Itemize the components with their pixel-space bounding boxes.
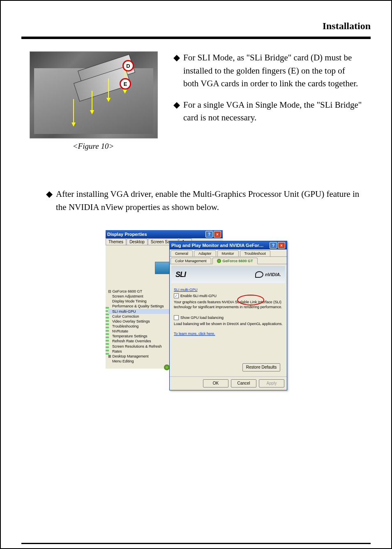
sli-banner: SLI nVIDIA. (171, 266, 285, 283)
nvidia-tree: ⊟ GeForce 6600 GT Screen Adjustment Disp… (108, 289, 171, 364)
bullet-icon: ◆ (46, 188, 53, 214)
tree-item[interactable]: Screen Adjustment (108, 294, 171, 299)
tab-desktop[interactable]: Desktop (127, 238, 148, 245)
help-button[interactable]: ? (205, 231, 213, 238)
figure-10: D E <Figure 10> (30, 51, 157, 151)
restore-defaults-button[interactable]: Restore Defaults (242, 363, 280, 371)
cancel-button[interactable]: Cancel (231, 379, 256, 388)
red-highlight-circle (237, 295, 264, 305)
tree-item-sli[interactable]: SLI multi-GPU (108, 309, 171, 314)
bullet-icon: ◆ (173, 99, 180, 125)
dp-title: Display Properties (107, 232, 147, 237)
nvidia-eye-icon (164, 364, 170, 370)
show-balancing-desc: Load balancing will be shown in DirectX … (174, 321, 283, 326)
figure-10-caption: <Figure 10> (30, 142, 157, 151)
tree-root-2[interactable]: Desktop Management (113, 354, 149, 358)
bullet-icon: ◆ (173, 51, 180, 90)
apply-button[interactable]: Apply (259, 379, 284, 388)
tab-geforce[interactable]: GeForce 6600 GT (212, 258, 258, 264)
tree-item[interactable]: Temperature Settings (108, 334, 171, 339)
enable-sli-checkbox[interactable]: ✓ (174, 293, 179, 298)
nvidia-logo: nVIDIA. (255, 271, 281, 278)
close-button[interactable]: × (214, 231, 221, 238)
page-footer: Page 3-7 (21, 543, 371, 549)
tree-item[interactable]: Menu Editing (108, 359, 171, 364)
ok-button[interactable]: OK (203, 379, 228, 388)
top-bullets: ◆ For SLI Mode, as "SLi Bridge" card (D)… (173, 51, 362, 151)
tree-item[interactable]: Color Correction (108, 314, 171, 319)
tab-general[interactable]: General (171, 250, 193, 257)
nvidia-properties-dialog: Plug and Play Monitor and NVIDIA GeForce… (169, 241, 287, 390)
show-balancing-label: Show GPU load balancing (180, 315, 224, 320)
bullet-text: For SLI Mode, as "SLi Bridge" card (D) m… (183, 51, 362, 90)
tab-troubleshoot[interactable]: Troubleshoot (240, 250, 270, 257)
tree-item[interactable]: NVRotate (108, 329, 171, 334)
tree-item[interactable]: Performance & Quality Settings (108, 304, 171, 309)
monitor-preview (155, 262, 171, 274)
tab-adapter[interactable]: Adapter (194, 250, 216, 257)
sli-desc: Your graphics cards features NVIDIA Scal… (174, 300, 283, 309)
enable-sli-label: Enable SLI multi-GPU (180, 293, 217, 298)
callout-e: E (120, 78, 131, 90)
tree-item[interactable]: Screen Resolutions & Refresh Rates (108, 344, 171, 354)
show-balancing-checkbox[interactable] (174, 315, 179, 320)
help-button[interactable]: ? (270, 242, 277, 249)
bullet-text: For a single VGA in Single Mode, the "SL… (183, 99, 362, 125)
nv-title: Plug and Play Monitor and NVIDIA GeForce… (171, 243, 266, 248)
page-header: Installation (21, 17, 371, 38)
mid-bullet-text: After installing VGA driver, enable the … (56, 188, 362, 214)
nv-titlebar: Plug and Play Monitor and NVIDIA GeForce… (170, 241, 287, 249)
close-button[interactable]: × (278, 242, 285, 249)
tree-item[interactable]: Video Overlay Settings (108, 319, 171, 324)
gf-label: GeForce 6600 GT (223, 259, 253, 263)
tree-root[interactable]: GeForce 6600 GT (113, 289, 143, 293)
figure-11-screenshot: Display Properties ? × Themes Desktop Sc… (106, 230, 286, 369)
tab-monitor[interactable]: Monitor (217, 250, 239, 257)
tree-item[interactable]: Refresh Rate Overrides (108, 339, 171, 344)
sli-logo: SLI (175, 270, 186, 279)
display-properties-titlebar: Display Properties ? × (106, 230, 223, 238)
figure-10-photo: D E (30, 51, 158, 138)
tab-themes[interactable]: Themes (106, 238, 126, 245)
tab-color-mgmt[interactable]: Color Management (171, 258, 211, 264)
callout-d: D (122, 60, 134, 72)
tree-item[interactable]: Troubleshooting (108, 324, 171, 329)
learn-more-link[interactable]: To learn more, click here. (174, 331, 283, 336)
sli-group-label: SLI multi-GPU (174, 287, 283, 292)
tree-item[interactable]: Display Mode Timing (108, 299, 171, 304)
